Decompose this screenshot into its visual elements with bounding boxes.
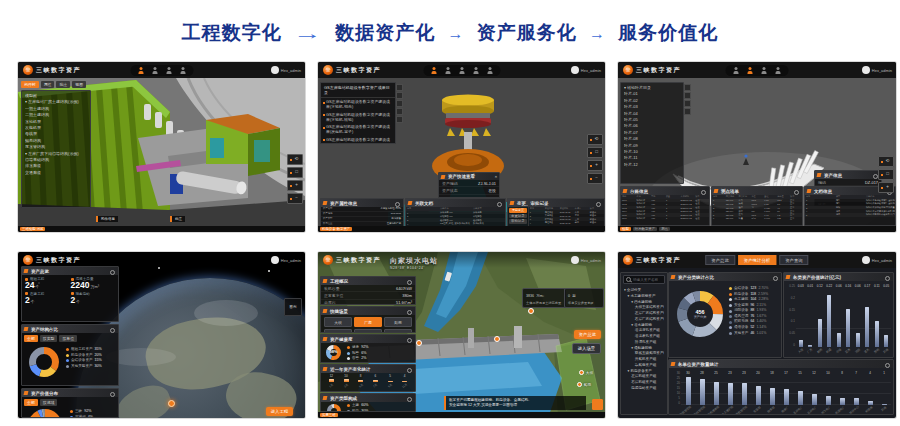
strip-icon[interactable] (396, 92, 403, 99)
tree-item[interactable]: 电源电站资产组 (624, 386, 664, 392)
gear-icon[interactable] (773, 276, 779, 282)
cad-tab[interactable]: 批注 (56, 81, 70, 88)
catalog-item[interactable]: GS左岸电站机组设备数字资产建设成果(水轮机-蜗壳) (321, 98, 395, 111)
scene-button[interactable]: 营地 (384, 329, 412, 333)
gear-icon[interactable] (407, 280, 413, 286)
strip-icon[interactable] (684, 92, 691, 99)
asset-overview-button[interactable]: 资产总览 (574, 330, 601, 339)
nav-icon[interactable] (431, 67, 436, 74)
user-avatar[interactable]: Hex_admin (862, 66, 892, 74)
fullscreen-icon[interactable] (592, 399, 603, 410)
view-tool-icon[interactable]: ⟲ (878, 156, 894, 167)
panel-tab[interactable]: 全部 (24, 335, 38, 342)
gear-icon[interactable] (794, 190, 800, 196)
scene-button[interactable]: 开关站 (354, 329, 382, 333)
gear-icon[interactable] (596, 202, 602, 208)
nav-icon[interactable] (734, 67, 739, 74)
tree-item[interactable]: 左岸厂房结构资产组 (624, 311, 664, 317)
nav-icon[interactable] (459, 67, 464, 74)
strip-icon[interactable] (396, 84, 403, 91)
component-info-label[interactable]: 构件信息 (96, 216, 118, 222)
strip-icon[interactable] (396, 108, 403, 115)
project-marker[interactable] (168, 400, 175, 407)
start-change-button[interactable]: 发起变更 (509, 208, 527, 213)
strip-icon[interactable] (684, 108, 691, 115)
enter-scene-button[interactable]: 进入场景 (572, 343, 601, 354)
map-marker[interactable] (528, 308, 534, 314)
gear-icon[interactable] (407, 338, 413, 344)
tree-item[interactable]: 交通廊道 (25, 170, 87, 176)
gear-icon[interactable] (407, 397, 413, 403)
nav-icon[interactable] (180, 67, 185, 74)
search-box[interactable]: 请输入资产名称 (623, 275, 665, 284)
gear-icon[interactable] (110, 392, 116, 398)
panel-tab[interactable]: 按类型 (40, 335, 58, 342)
table-row[interactable]: 6CD-006流量m³/s0-900612正常 (712, 217, 802, 221)
view-tool-icon[interactable]: □ (287, 167, 303, 178)
catalog-item[interactable]: GS左岸电站机组设备数字资产建设成果(水轮机-转轮) (321, 111, 395, 124)
view-tool-icon[interactable]: □ (587, 147, 603, 158)
panel-tab[interactable]: 按流域 (40, 399, 58, 406)
strip-icon[interactable] (684, 100, 691, 107)
gear-icon[interactable] (395, 202, 401, 208)
enter-project-button[interactable]: 进入工程 (266, 407, 293, 416)
gear-icon[interactable] (701, 190, 707, 196)
tree-item[interactable]: ▾ 左岸厂房下游挡墙结构(示例) (25, 151, 87, 157)
record-filter-button[interactable]: 变更记录 (509, 214, 527, 219)
nav-icon[interactable] (445, 67, 450, 74)
strip-icon[interactable] (396, 100, 403, 107)
table-row[interactable]: 4属性变更2022-12-05赵工已通过 (529, 221, 604, 224)
map-marker[interactable] (416, 340, 422, 346)
view-tool-icon[interactable]: ⟲ (287, 154, 303, 165)
view-tool-icon[interactable]: + (878, 182, 894, 193)
nav-icon[interactable] (166, 67, 171, 74)
tree-item[interactable]: 泄洪表孔资产组 (624, 334, 664, 340)
user-avatar[interactable]: Hex_admin (862, 256, 892, 264)
gear-icon[interactable] (497, 202, 503, 208)
view-tool-icon[interactable]: − (587, 173, 603, 184)
dashboard-tab[interactable]: 资产查询 (779, 255, 809, 265)
close-icon[interactable]: × (495, 174, 497, 179)
view-tool-icon[interactable]: − (287, 193, 303, 204)
dashboard-tab[interactable]: 资产统计分析 (738, 255, 776, 265)
scene-button[interactable]: 大坝 (324, 317, 352, 327)
view-tool-icon[interactable]: ⟲ (587, 134, 603, 145)
tree-item[interactable]: 右岸厂房结构资产组 (624, 317, 664, 323)
strip-icon[interactable] (396, 116, 403, 123)
nav-icon[interactable] (152, 67, 157, 74)
strip-icon[interactable] (684, 84, 691, 91)
catalog-item[interactable]: GS左岸电站机组设备数字资产建设成果(发电机-转子) (321, 136, 395, 144)
nav-icon[interactable] (487, 67, 492, 74)
table-row[interactable]: 0006转轮叶片X8012023-01-12在役 (621, 217, 709, 221)
view-tool-icon[interactable]: + (587, 160, 603, 171)
tree-item[interactable]: ▾ 左岸电站厂房土建结构(示例) (25, 99, 87, 105)
user-avatar[interactable]: Hex_admin (271, 256, 301, 264)
cad-tab[interactable]: 属性 (41, 81, 55, 88)
nav-icon[interactable] (138, 67, 143, 74)
panel-tab[interactable]: 全部 (24, 399, 38, 406)
nav-icon[interactable] (748, 67, 753, 74)
map-marker[interactable] (494, 336, 500, 342)
view-tool-icon[interactable]: + (287, 180, 303, 191)
nav-icon[interactable] (776, 67, 781, 74)
gear-icon[interactable] (110, 328, 116, 334)
user-avatar[interactable]: Hex_admin (571, 256, 601, 264)
user-avatar[interactable]: Hex_admin (571, 66, 601, 74)
scene-button[interactable]: 厂房 (354, 317, 382, 327)
scene-button[interactable]: 船闸 (384, 317, 412, 327)
user-avatar[interactable]: Hex_admin (271, 66, 301, 74)
annotation-label[interactable]: 批注 (170, 216, 185, 222)
tree-item[interactable]: 叶片-12 (624, 162, 680, 168)
dashboard-tab[interactable]: 资产总览 (705, 255, 735, 265)
view-tool-icon[interactable]: □ (878, 169, 894, 180)
gear-icon[interactable] (110, 270, 116, 276)
gear-icon[interactable] (885, 276, 891, 282)
legend-toggle[interactable]: 图例 (284, 298, 302, 316)
nav-icon[interactable] (473, 67, 478, 74)
gear-icon[interactable] (885, 363, 891, 369)
gear-icon[interactable] (407, 368, 413, 374)
cad-tab[interactable]: 构件树 (21, 81, 39, 88)
cad-tab[interactable]: 视图 (72, 81, 86, 88)
scene-button[interactable]: 升船机 (324, 329, 352, 333)
catalog-item[interactable]: GS左岸电站机组设备数字资产建设成果(发电机-定子) (321, 123, 395, 136)
